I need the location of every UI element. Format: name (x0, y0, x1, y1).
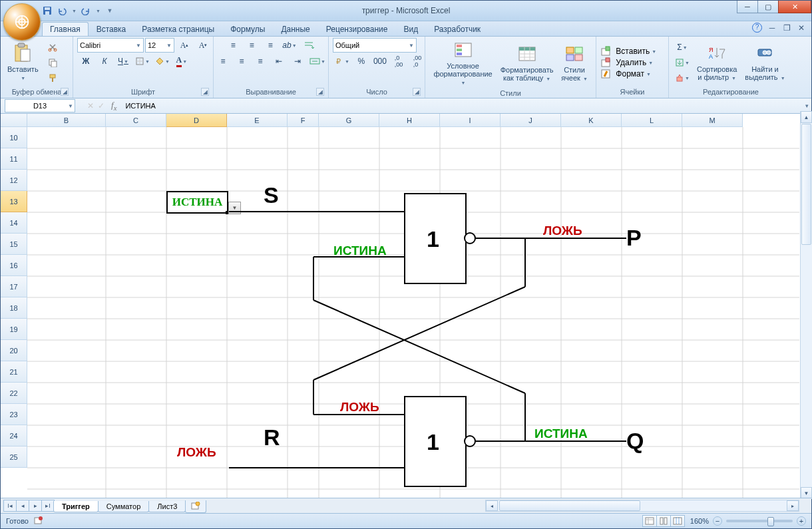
office-button[interactable] (3, 3, 41, 41)
tab-home[interactable]: Главная (42, 22, 89, 36)
formula-input[interactable]: ИСТИНА (123, 102, 805, 110)
align-middle-icon[interactable]: ≡ (243, 38, 260, 53)
zoom-level[interactable]: 160% (690, 517, 709, 525)
font-dialog-icon[interactable]: ◢ (201, 88, 209, 96)
fx-icon[interactable]: fx (111, 100, 116, 112)
sort-filter-button[interactable]: ЯА Сортировкаи фильтр ▼ (694, 41, 739, 84)
row-header-20[interactable]: 20 (1, 340, 27, 361)
maximize-button[interactable]: ▢ (757, 1, 779, 13)
doc-minimize-icon[interactable]: ─ (767, 23, 777, 33)
tab-data[interactable]: Данные (273, 22, 317, 36)
row-header-25[interactable]: 25 (1, 446, 27, 468)
align-top-icon[interactable]: ≡ (224, 38, 242, 53)
format-as-table-button[interactable]: Форматироватькак таблицу ▼ (499, 42, 554, 85)
fill-icon[interactable]: ▼ (673, 55, 692, 70)
sheet-tab-2[interactable]: Сумматор (98, 501, 149, 512)
align-bottom-icon[interactable]: ≡ (262, 38, 279, 53)
align-dialog-icon[interactable]: ◢ (316, 88, 324, 96)
view-pagebreak-icon[interactable] (670, 515, 685, 527)
font-color-icon[interactable]: A▼ (173, 54, 190, 69)
bold-button[interactable]: Ж (77, 54, 95, 69)
macro-record-icon[interactable] (34, 516, 43, 526)
tab-review[interactable]: Рецензирование (318, 22, 396, 36)
new-sheet-button[interactable] (185, 500, 206, 513)
doc-restore-icon[interactable]: ❐ (782, 23, 791, 33)
dec-decimal-icon[interactable]: ,00,0 (409, 54, 426, 69)
zoom-out-icon[interactable]: − (713, 516, 722, 526)
sheet-nav-prev[interactable]: ◂ (16, 500, 29, 512)
clipboard-dialog-icon[interactable]: ◢ (61, 88, 69, 96)
col-header-K[interactable]: K (561, 114, 622, 127)
cut-icon[interactable] (44, 40, 61, 55)
insert-cells-button[interactable]: Вставить ▼ (600, 46, 664, 57)
orientation-icon[interactable]: ab▼ (280, 38, 298, 53)
clear-icon[interactable]: ▼ (673, 71, 692, 85)
col-header-H[interactable]: H (379, 114, 440, 127)
row-header-18[interactable]: 18 (1, 297, 27, 319)
zoom-slider[interactable] (726, 520, 793, 522)
sheet-tab-3[interactable]: Лист3 (148, 501, 186, 512)
row-header-10[interactable]: 10 (1, 127, 27, 148)
font-name-select[interactable]: Calibri▼ (77, 38, 144, 53)
row-header-22[interactable]: 22 (1, 383, 27, 404)
tab-layout[interactable]: Разметка страницы (134, 22, 222, 36)
row-header-16[interactable]: 16 (1, 255, 27, 276)
col-header-L[interactable]: L (622, 114, 682, 127)
worksheet-grid[interactable]: BCDEFGHIJKLM 101112131415161718192021222… (1, 114, 811, 498)
vertical-scrollbar[interactable]: ▲ ▼ (800, 111, 812, 499)
paste-button[interactable]: Вставить▼ (5, 41, 41, 84)
underline-button[interactable]: Ч▼ (114, 54, 132, 69)
grow-font-icon[interactable]: A▴ (176, 38, 193, 53)
indent-inc-icon[interactable]: ⇥ (289, 54, 306, 69)
row-header-11[interactable]: 11 (1, 148, 27, 170)
wrap-text-icon[interactable] (300, 38, 317, 53)
undo-icon[interactable] (57, 5, 67, 16)
conditional-format-button[interactable]: Условноеформатирование ▼ (429, 38, 497, 88)
format-cells-button[interactable]: Формат ▼ (600, 69, 664, 79)
row-header-17[interactable]: 17 (1, 276, 27, 297)
align-left-icon[interactable]: ≡ (214, 54, 232, 69)
indent-dec-icon[interactable]: ⇤ (270, 54, 288, 69)
close-button[interactable]: ✕ (778, 1, 811, 13)
copy-icon[interactable] (44, 55, 61, 70)
italic-button[interactable]: К (96, 54, 113, 69)
tab-formulas[interactable]: Формулы (222, 22, 273, 36)
shrink-font-icon[interactable]: A▾ (194, 38, 212, 53)
select-all-corner[interactable] (1, 114, 27, 127)
view-layout-icon[interactable] (656, 515, 671, 527)
save-icon[interactable] (42, 5, 53, 16)
number-dialog-icon[interactable]: ◢ (413, 88, 421, 96)
format-painter-icon[interactable] (44, 71, 61, 85)
sheet-nav-last[interactable]: ▸I (41, 500, 55, 512)
horizontal-scrollbar[interactable]: ◂ ▸ (485, 500, 799, 512)
row-header-19[interactable]: 19 (1, 319, 27, 340)
col-header-B[interactable]: B (27, 114, 106, 127)
number-format-select[interactable]: Общий▼ (333, 38, 417, 53)
inc-decimal-icon[interactable]: ,0,00 (390, 54, 407, 69)
row-header-15[interactable]: 15 (1, 234, 27, 255)
col-header-F[interactable]: F (288, 114, 319, 127)
name-box[interactable]: D13▼ (5, 99, 75, 112)
qat-customize-icon[interactable]: ▼ (104, 5, 115, 16)
tab-view[interactable]: Вид (395, 22, 426, 36)
tab-developer[interactable]: Разработчик (426, 22, 489, 36)
font-size-select[interactable]: 12▼ (145, 38, 174, 53)
help-icon[interactable]: ? (752, 23, 762, 33)
redo-icon[interactable] (81, 5, 91, 16)
col-header-G[interactable]: G (319, 114, 379, 127)
merge-icon[interactable]: ▼ (307, 54, 327, 69)
cell-styles-button[interactable]: Стилиячеек ▼ (557, 42, 592, 85)
currency-icon[interactable]: ₽▼ (333, 54, 351, 69)
sheet-tab-1[interactable]: Триггер (53, 501, 99, 512)
row-header-21[interactable]: 21 (1, 361, 27, 383)
row-header-13[interactable]: 13 (1, 191, 27, 212)
align-center-icon[interactable]: ≡ (233, 54, 250, 69)
row-header-14[interactable]: 14 (1, 212, 27, 234)
col-header-J[interactable]: J (501, 114, 561, 127)
col-header-C[interactable]: C (106, 114, 166, 127)
minimize-button[interactable]: ─ (737, 1, 758, 13)
percent-icon[interactable]: % (353, 54, 370, 69)
row-header-23[interactable]: 23 (1, 404, 27, 425)
sheet-nav-next[interactable]: ▸ (29, 500, 42, 512)
expand-formula-bar-icon[interactable]: ▾ (805, 102, 809, 109)
